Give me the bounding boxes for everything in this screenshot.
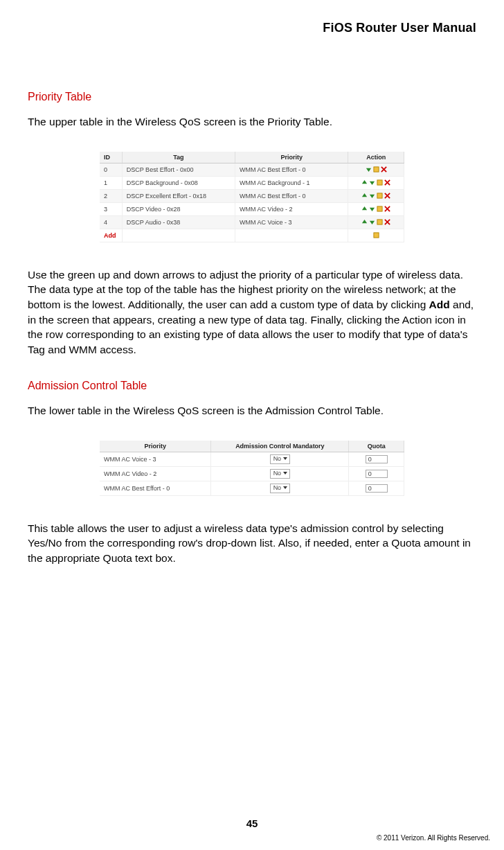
priority-explanation: Use the green up and down arrows to adju… [28, 267, 476, 357]
arrow-down-icon[interactable] [369, 219, 375, 225]
mandatory-select[interactable]: No [270, 454, 291, 464]
cell-priority: WMM AC Video - 2 [235, 202, 348, 215]
delete-icon[interactable] [381, 166, 387, 172]
mandatory-select[interactable]: No [270, 484, 291, 493]
svg-rect-15 [374, 233, 379, 238]
cell-id: 4 [100, 215, 122, 229]
svg-rect-6 [377, 193, 382, 198]
delete-icon[interactable] [384, 179, 390, 186]
table-row: WMM AC Video - 2 No 0 [100, 466, 404, 481]
arrow-up-icon[interactable] [361, 193, 368, 199]
cell-id: 0 [100, 163, 122, 176]
svg-rect-12 [377, 220, 382, 224]
col-header-tag: Tag [122, 152, 235, 163]
cell-tag: DSCP Excellent Effort - 0x18 [122, 189, 235, 202]
col-header-id: ID [100, 152, 122, 163]
admission-table-figure: Priority Admission Control Mandatory Quo… [28, 441, 476, 496]
table-row: WMM AC Voice - 3 No 0 [100, 452, 404, 466]
arrow-up-icon[interactable] [361, 179, 368, 186]
table-row: WMM AC Best Effort - 0 No 0 [100, 481, 404, 495]
edit-icon[interactable] [373, 166, 379, 172]
cell-tag: DSCP Video - 0x28 [122, 202, 235, 215]
cell-priority: WMM AC Best Effort - 0 [235, 189, 348, 202]
svg-rect-3 [377, 180, 382, 185]
col-header-priority: Priority [100, 441, 211, 452]
cell-action[interactable] [348, 189, 404, 202]
admission-control-heading: Admission Control Table [28, 380, 476, 392]
cell-tag: DSCP Background - 0x08 [122, 176, 235, 189]
cell-priority: WMM AC Best Effort - 0 [100, 481, 211, 495]
table-row: 0 DSCP Best Effort - 0x00 WMM AC Best Ef… [100, 163, 404, 176]
col-header-mandatory: Admission Control Mandatory [211, 441, 349, 452]
cell-action[interactable] [348, 163, 404, 176]
edit-icon[interactable] [377, 193, 383, 199]
cell-priority: WMM AC Video - 2 [100, 466, 211, 481]
col-header-priority: Priority [235, 152, 348, 163]
cell-action[interactable] [348, 215, 404, 229]
admission-table: Priority Admission Control Mandatory Quo… [100, 441, 404, 496]
table-row: 4 DSCP Audio - 0x38 WMM AC Voice - 3 [100, 215, 404, 229]
copyright: © 2011 Verizon. All Rights Reserved. [377, 834, 490, 842]
table-row: 2 DSCP Excellent Effort - 0x18 WMM AC Be… [100, 189, 404, 202]
add-row: Add [100, 229, 404, 242]
priority-table-intro: The upper table in the Wireless QoS scre… [28, 114, 476, 130]
cell-priority: WMM AC Voice - 3 [100, 452, 211, 466]
arrow-up-icon[interactable] [361, 219, 368, 225]
priority-table-heading: Priority Table [28, 91, 476, 103]
cell-id: 2 [100, 189, 122, 202]
admission-control-intro: The lower table in the Wireless QoS scre… [28, 403, 476, 418]
cell-action[interactable] [348, 176, 404, 189]
arrow-down-icon[interactable] [369, 179, 375, 186]
priority-table-figure: ID Tag Priority Action 0 DSCP Best Effor… [28, 152, 476, 242]
delete-icon[interactable] [384, 219, 390, 225]
delete-icon[interactable] [384, 193, 390, 199]
table-row: 1 DSCP Background - 0x08 WMM AC Backgrou… [100, 176, 404, 189]
text-part-bold: Add [429, 299, 450, 310]
quota-input[interactable]: 0 [366, 455, 388, 463]
cell-priority: WMM AC Background - 1 [235, 176, 348, 189]
edit-icon[interactable] [377, 206, 383, 212]
priority-table: ID Tag Priority Action 0 DSCP Best Effor… [100, 152, 404, 242]
cell-tag: DSCP Audio - 0x38 [122, 215, 235, 229]
cell-id: 1 [100, 176, 122, 189]
cell-action[interactable] [348, 202, 404, 215]
arrow-down-icon[interactable] [369, 193, 375, 199]
manual-header: FiOS Router User Manual [28, 21, 476, 35]
delete-icon[interactable] [384, 206, 390, 212]
table-row: 3 DSCP Video - 0x28 WMM AC Video - 2 [100, 202, 404, 215]
quota-input[interactable]: 0 [366, 484, 388, 493]
edit-icon[interactable] [377, 219, 383, 225]
cell-priority: WMM AC Best Effort - 0 [235, 163, 348, 176]
add-icon[interactable] [373, 232, 379, 238]
cell-id: 3 [100, 202, 122, 215]
cell-tag: DSCP Best Effort - 0x00 [122, 163, 235, 176]
cell-action[interactable] [348, 229, 404, 242]
mandatory-select[interactable]: No [270, 469, 291, 479]
arrow-down-icon[interactable] [366, 166, 372, 172]
quota-input[interactable]: 0 [366, 470, 388, 478]
page-number: 45 [0, 817, 504, 829]
col-header-quota: Quota [349, 441, 404, 452]
admission-explanation: This table allows the user to adjust a w… [28, 521, 476, 566]
svg-rect-9 [377, 206, 382, 211]
add-link[interactable]: Add [104, 232, 116, 239]
edit-icon[interactable] [377, 179, 383, 186]
col-header-action: Action [348, 152, 404, 163]
text-part-1: Use the green up and down arrows to adju… [28, 269, 463, 310]
svg-rect-0 [374, 167, 379, 172]
arrow-up-icon[interactable] [361, 206, 368, 212]
cell-priority: WMM AC Voice - 3 [235, 215, 348, 229]
arrow-down-icon[interactable] [369, 206, 375, 212]
